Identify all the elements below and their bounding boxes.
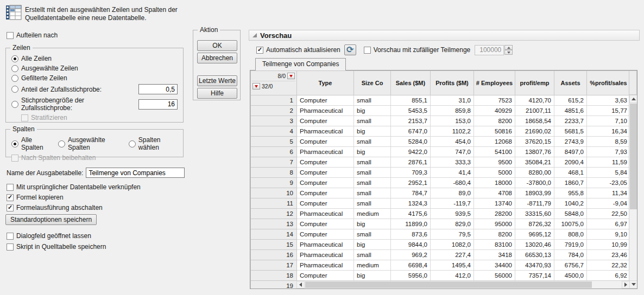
cell-profits[interactable]: 227,4 <box>431 250 474 260</box>
cell-sales[interactable]: 6747,0 <box>391 126 431 137</box>
cell-profit-sales[interactable]: 8,59 <box>587 137 630 147</box>
cell-profits[interactable]: 1102,2 <box>431 126 474 137</box>
table-row[interactable]: 17 Pharmaceutical medium 6698,4 1495,4 3… <box>251 260 630 271</box>
cell-employees[interactable]: 40929 <box>474 106 515 116</box>
horizontal-scrollbar[interactable] <box>296 280 630 288</box>
cell-profit-sales[interactable]: -23,05 <box>587 178 630 188</box>
checkbox-icon[interactable] <box>256 47 263 54</box>
cell-size-co[interactable]: small <box>354 229 391 240</box>
table-row[interactable]: 14 Computer small 873,6 79,5 8200 9695,1… <box>251 229 630 240</box>
cell-type[interactable]: Computer <box>297 137 354 147</box>
column-header[interactable]: profit/emp <box>515 71 554 95</box>
row-number[interactable]: 12 <box>251 209 297 219</box>
cell-profit-sales[interactable]: 9,10 <box>587 229 630 240</box>
cell-sales[interactable]: 5284,0 <box>391 137 431 147</box>
cell-profit-emp[interactable]: 21690,02 <box>515 126 554 137</box>
cell-profit-emp[interactable]: 8726,32 <box>515 219 554 229</box>
radio-icon[interactable] <box>58 140 65 148</box>
cell-profit-emp[interactable]: 37620,15 <box>515 137 554 147</box>
cell-employees[interactable]: 34400 <box>474 260 515 271</box>
cell-employees[interactable]: 56000 <box>474 271 515 281</box>
sample-rate-input[interactable] <box>138 84 178 94</box>
cell-assets[interactable]: 6756,7 <box>554 260 587 271</box>
cell-type[interactable]: Computer <box>297 229 354 240</box>
cell-type[interactable]: Computer <box>297 168 354 178</box>
row-number[interactable]: 9 <box>251 178 297 188</box>
checkbox-icon[interactable] <box>7 184 14 191</box>
horizontal-scrollbar-thumb[interactable] <box>305 281 592 288</box>
cell-sales[interactable]: 4175,6 <box>391 209 431 219</box>
help-button[interactable]: Hilfe <box>197 88 237 99</box>
cell-profit-emp[interactable]: 21007,11 <box>515 106 554 116</box>
cell-type[interactable]: Pharmaceutical <box>297 126 354 137</box>
cell-employees[interactable]: 54100 <box>474 147 515 157</box>
checkbox-icon[interactable] <box>7 243 14 251</box>
cell-profits[interactable]: 939,5 <box>431 209 474 219</box>
cell-sales[interactable]: 11899,0 <box>391 219 431 229</box>
cell-employees[interactable]: 7523 <box>474 95 515 106</box>
radio-icon[interactable] <box>11 101 18 108</box>
cell-profits[interactable]: 31,0 <box>431 95 474 106</box>
auto-update-checkbox[interactable]: Automatisch aktualisieren <box>256 46 340 54</box>
row-number[interactable]: 4 <box>251 126 297 137</box>
cell-type[interactable]: Computer <box>297 178 354 188</box>
cell-type[interactable]: Pharmaceutical <box>297 147 354 157</box>
cell-assets[interactable]: 2743,9 <box>554 137 587 147</box>
cell-employees[interactable]: 13740 <box>474 198 515 209</box>
cell-employees[interactable]: 28200 <box>474 209 515 219</box>
save-defaults-button[interactable]: Standardoptionen speichern <box>5 214 97 225</box>
cell-sales[interactable]: 5956,0 <box>391 271 431 281</box>
cell-size-co[interactable]: big <box>354 126 391 137</box>
cell-sales[interactable]: 784,7 <box>391 188 431 198</box>
cell-assets[interactable]: 7919,0 <box>554 240 587 250</box>
column-header[interactable]: Assets <box>554 71 587 95</box>
cell-profits[interactable]: 1082,0 <box>431 240 474 250</box>
sample-size-input[interactable] <box>138 99 178 110</box>
cell-size-co[interactable]: small <box>354 188 391 198</box>
cell-profit-emp[interactable]: 43470,93 <box>515 260 554 271</box>
cell-sales[interactable]: 855,1 <box>391 95 431 106</box>
cell-profit-sales[interactable]: 22,50 <box>587 209 630 219</box>
radio-icon[interactable] <box>11 86 18 93</box>
cell-profit-sales[interactable]: 23,46 <box>587 250 630 260</box>
checkbox-icon[interactable] <box>7 32 14 39</box>
cell-sales[interactable]: 2153,7 <box>391 116 431 126</box>
cell-assets[interactable]: 5681,5 <box>554 126 587 137</box>
link-to-source-checkbox[interactable]: Mit ursprünglicher Datentabelle verknüpf… <box>7 183 141 191</box>
cell-profits[interactable]: -119,7 <box>431 198 474 209</box>
table-row[interactable]: 16 Pharmaceutical small 969,2 227,4 3418… <box>251 250 630 260</box>
cell-assets[interactable]: 1860,7 <box>554 178 587 188</box>
cell-profit-emp[interactable]: 13020,46 <box>515 240 554 250</box>
cell-sales[interactable]: 2876,1 <box>391 157 431 168</box>
row-number[interactable]: 5 <box>251 137 297 147</box>
cell-assets[interactable]: 784,0 <box>554 250 587 260</box>
cell-profit-emp[interactable]: 4120,70 <box>515 95 554 106</box>
row-number[interactable]: 13 <box>251 219 297 229</box>
cell-sales[interactable]: 9844,0 <box>391 240 431 250</box>
refresh-button[interactable]: ⟳ <box>344 44 356 55</box>
cell-type[interactable]: Pharmaceutical <box>297 106 354 116</box>
cell-profit-sales[interactable]: 6,97 <box>587 219 630 229</box>
cell-type[interactable]: Computer <box>297 271 354 281</box>
cell-type[interactable]: Pharmaceutical <box>297 260 354 271</box>
cell-profit-emp[interactable]: 7357,14 <box>515 271 554 281</box>
table-row[interactable]: 1 Computer small 855,1 31,0 7523 4120,70… <box>251 95 630 106</box>
cell-size-co[interactable]: small <box>354 157 391 168</box>
cell-profits[interactable]: 829,0 <box>431 219 474 229</box>
cell-assets[interactable]: 468,1 <box>554 168 587 178</box>
row-number[interactable]: 6 <box>251 147 297 157</box>
table-row[interactable]: 13 Computer big 11899,0 829,0 95000 8726… <box>251 219 630 229</box>
cell-profit-emp[interactable]: 35084,21 <box>515 157 554 168</box>
cell-profit-emp[interactable]: 8280,00 <box>515 168 554 178</box>
radio-sample-size[interactable]: Stichprobengröße der Zufallsstichprobe: <box>11 97 178 112</box>
cell-profits[interactable]: 412,0 <box>431 271 474 281</box>
cell-size-co[interactable]: small <box>354 250 391 260</box>
cell-profit-emp[interactable]: -8711,79 <box>515 198 554 209</box>
cell-assets[interactable]: 2090,4 <box>554 157 587 168</box>
cell-profits[interactable]: 79,5 <box>431 229 474 240</box>
row-number[interactable]: 18 <box>251 271 297 281</box>
cell-size-co[interactable]: small <box>354 116 391 126</box>
column-header[interactable]: Sales ($M) <box>391 71 431 95</box>
radio-icon[interactable] <box>11 75 18 82</box>
cell-size-co[interactable]: medium <box>354 260 391 271</box>
